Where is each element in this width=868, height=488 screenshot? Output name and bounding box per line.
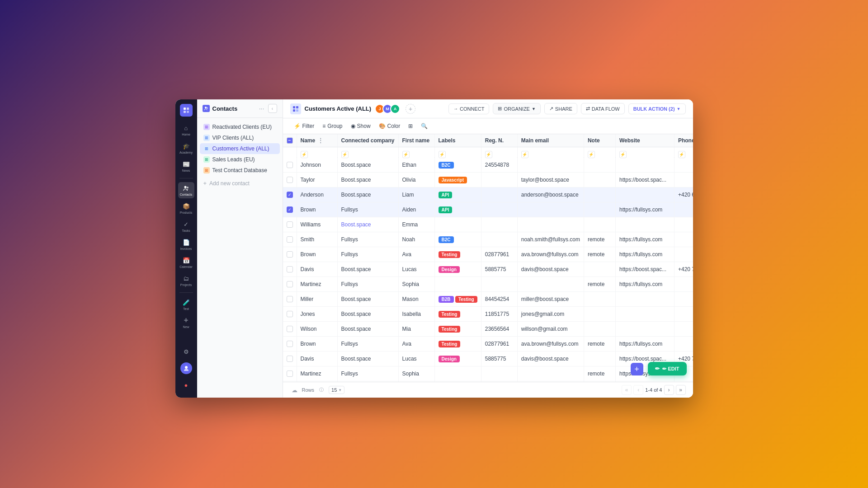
connect-button[interactable]: → CONNECT	[448, 103, 489, 114]
sidebar-item-products[interactable]: 📦 Products	[178, 200, 194, 216]
row-checkbox-10[interactable]	[287, 311, 293, 317]
row-checkbox-cell-10[interactable]	[283, 307, 297, 322]
row-checkbox-4[interactable]	[287, 221, 293, 228]
sidebar-item-invoices[interactable]: 📄 Invoices	[178, 236, 194, 253]
nav-item-test-contact[interactable]: ⊞ Test Contact Database	[200, 165, 280, 176]
cell-company-6[interactable]: Fullsys	[337, 247, 398, 262]
row-checkbox-cell-4[interactable]	[283, 217, 297, 232]
search-button[interactable]: 🔍	[417, 121, 431, 131]
firstname-filter[interactable]: ⚡	[402, 151, 410, 158]
cell-company-9[interactable]: Boost.space	[337, 292, 398, 307]
sidebar-item-tasks[interactable]: ✓ Tasks	[178, 218, 194, 235]
rows-per-page-selector[interactable]: 15 ▼	[329, 386, 344, 394]
color-button[interactable]: 🎨 Color	[375, 121, 404, 131]
add-collaborator-button[interactable]: +	[406, 104, 415, 114]
data-flow-button[interactable]: ⇄ DATA FLOW	[581, 103, 625, 114]
row-checkbox-cell-12[interactable]	[283, 337, 297, 352]
row-checkbox-cell-9[interactable]	[283, 292, 297, 307]
nav-item-customers-active[interactable]: ⊞ Customers Active (ALL)	[200, 143, 280, 154]
cell-company-7[interactable]: Boost.space	[337, 262, 398, 277]
name-column-more-icon[interactable]: ⋮	[317, 137, 324, 144]
row-checkbox-2[interactable]	[287, 192, 293, 198]
cell-company-2[interactable]: Boost.space	[337, 188, 398, 202]
row-checkbox-cell-15[interactable]	[283, 381, 297, 382]
note-filter[interactable]: ⚡	[588, 151, 595, 158]
row-checkbox-cell-7[interactable]	[283, 262, 297, 277]
cell-company-15[interactable]: Boost.space	[337, 381, 398, 382]
nav-item-vip[interactable]: ⊞ VIP Clients (ALL)	[200, 132, 280, 143]
row-checkbox-0[interactable]	[287, 162, 293, 168]
grid-view-button[interactable]: ⊞	[405, 121, 416, 131]
row-checkbox-14[interactable]	[287, 371, 293, 377]
select-all-checkbox[interactable]	[287, 137, 293, 144]
row-checkbox-cell-14[interactable]	[283, 366, 297, 381]
row-checkbox-cell-5[interactable]	[283, 232, 297, 247]
last-page-button[interactable]: »	[676, 385, 686, 395]
sidebar-item-calendar[interactable]: 📅 Calendar	[178, 254, 194, 271]
share-button[interactable]: ↗ SHARE	[544, 103, 577, 114]
contacts-sidebar-collapse-button[interactable]: ‹	[268, 104, 277, 113]
email-filter[interactable]: ⚡	[521, 151, 528, 158]
cell-company-12[interactable]: Fullsys	[337, 337, 398, 352]
row-checkbox-5[interactable]	[287, 236, 293, 243]
add-contact-button[interactable]: + Add new contact	[200, 178, 280, 189]
row-checkbox-6[interactable]	[287, 251, 293, 258]
row-checkbox-11[interactable]	[287, 326, 293, 332]
table-container[interactable]: Name ⋮ Connected company First name Labe…	[283, 134, 693, 382]
website-filter[interactable]: ⚡	[619, 151, 627, 158]
nav-item-reactivated[interactable]: ⊞ Reactivated Clients (EU)	[200, 122, 280, 132]
user-avatar[interactable]	[180, 362, 192, 374]
row-checkbox-cell-13[interactable]	[283, 352, 297, 366]
add-record-fab[interactable]: +	[631, 363, 643, 375]
row-checkbox-cell-11[interactable]	[283, 322, 297, 337]
sidebar-settings[interactable]: ⚙	[178, 343, 194, 360]
cell-company-10[interactable]: Boost.space	[337, 307, 398, 322]
row-checkbox-cell-1[interactable]	[283, 173, 297, 188]
row-checkbox-7[interactable]	[287, 266, 293, 272]
row-checkbox-13[interactable]	[287, 356, 293, 362]
row-checkbox-1[interactable]	[287, 177, 293, 183]
organize-button[interactable]: ⊞ ORGANIZE ▼	[493, 103, 540, 114]
company-filter[interactable]: ⚡	[341, 151, 349, 158]
sidebar-item-add[interactable]: + New	[178, 314, 194, 331]
row-checkbox-cell-0[interactable]	[283, 158, 297, 173]
app-logo[interactable]	[180, 104, 193, 117]
cell-company-5[interactable]: Fullsys	[337, 232, 398, 247]
cell-company-4[interactable]: Boost.space	[337, 217, 398, 232]
row-checkbox-12[interactable]	[287, 341, 293, 347]
contacts-sidebar-more-button[interactable]: ···	[257, 104, 266, 113]
cell-company-11[interactable]: Boost.space	[337, 322, 398, 337]
row-checkbox-cell-6[interactable]	[283, 247, 297, 262]
row-checkbox-cell-2[interactable]	[283, 188, 297, 202]
sidebar-item-academy[interactable]: 🎓 Academy	[178, 140, 194, 156]
cell-company-13[interactable]: Boost.space	[337, 352, 398, 366]
cell-company-1[interactable]: Boost.space	[337, 173, 398, 188]
cell-company-8[interactable]: Fullsys	[337, 277, 398, 292]
row-checkbox-cell-3[interactable]	[283, 202, 297, 217]
sidebar-item-contacts[interactable]: Contacts	[178, 182, 194, 198]
show-button[interactable]: ◉ Show	[347, 121, 374, 131]
sidebar-help[interactable]: ●	[178, 377, 194, 393]
row-checkbox-8[interactable]	[287, 281, 293, 287]
name-filter[interactable]: ⚡	[301, 151, 308, 158]
sidebar-item-news[interactable]: 📰 News	[178, 158, 194, 174]
phone-filter[interactable]: ⚡	[678, 151, 685, 158]
first-page-button[interactable]: «	[622, 385, 632, 395]
next-page-button[interactable]: ›	[664, 385, 674, 395]
header-checkbox-cell[interactable]	[283, 134, 297, 147]
nav-item-sales-leads[interactable]: ⊞ Sales Leads (EU)	[200, 154, 280, 165]
cell-company-0[interactable]: Boost.space	[337, 158, 398, 173]
labels-filter[interactable]: ⚡	[439, 151, 446, 158]
sidebar-item-test[interactable]: 🧪 Test	[178, 296, 194, 313]
edit-fab-button[interactable]: ✏ ✏ EDIT	[648, 362, 686, 375]
bulk-action-button[interactable]: BULK ACTION (2) ▼	[628, 103, 686, 114]
prev-page-button[interactable]: ‹	[633, 385, 643, 395]
filter-button[interactable]: ⚡ Filter	[290, 121, 318, 131]
sidebar-item-home[interactable]: ⌂ Home	[178, 122, 194, 138]
row-checkbox-9[interactable]	[287, 296, 293, 302]
company-link-4[interactable]: Boost.space	[341, 221, 371, 228]
row-checkbox-cell-8[interactable]	[283, 277, 297, 292]
group-button[interactable]: ≡ Group	[319, 121, 346, 131]
sidebar-item-projects[interactable]: 🗂 Projects	[178, 272, 194, 289]
reg-filter[interactable]: ⚡	[485, 151, 492, 158]
